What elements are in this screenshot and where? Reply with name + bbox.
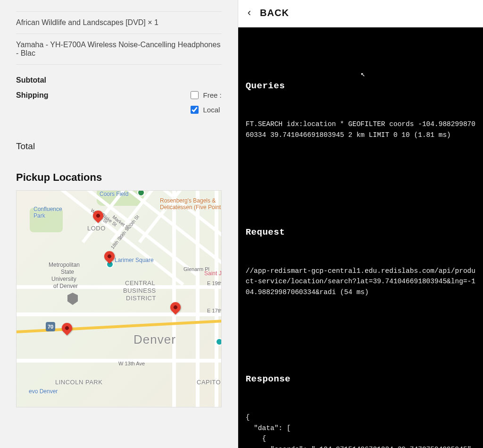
road [215, 191, 218, 407]
shipping-option-free[interactable]: Free : [191, 91, 222, 99]
request-text: //app-redismart-gcp-central1.edu.redisla… [246, 266, 475, 297]
city-label: Denver [133, 332, 176, 347]
poi-confluence-park: Confluence Park [33, 206, 62, 219]
total-row: Total [16, 118, 222, 162]
road [17, 313, 221, 316]
poi-msu: State [61, 269, 74, 275]
area-label-cbd: CENTRAL [125, 279, 155, 287]
museum-pin-icon [216, 338, 222, 346]
pickup-locations-heading: Pickup Locations [16, 171, 222, 184]
debug-terminal[interactable]: Queries FT.SEARCH idx:location * GEOFILT… [238, 27, 483, 448]
response-text: { "data": [ { "coords": "-104.9715140672… [246, 412, 475, 448]
area-label-cbd: DISTRICT [126, 295, 156, 302]
poi-rosenbergs: Rosenberg's Bagels & Delicatessen (Five … [160, 197, 222, 211]
subtotal-row: Subtotal [16, 65, 222, 89]
poi-msu: University [51, 276, 76, 282]
shipping-option-local[interactable]: Local [191, 106, 220, 114]
back-label[interactable]: BACK [260, 8, 289, 18]
area-label-capitol: CAPITOL HILL [197, 379, 222, 386]
request-heading: Request [246, 226, 475, 239]
local-pickup-checkbox[interactable] [191, 106, 199, 114]
poi-coors-field: Coors Field [100, 191, 128, 197]
cart-item: Yamaha - YH-E700A Wireless Noise-Cancell… [16, 34, 222, 65]
poi-evo: evo Denver [29, 388, 58, 395]
response-heading: Response [246, 372, 475, 386]
street-label: E 17th Ave [207, 308, 222, 313]
hwy-shield-icon: 70 [46, 322, 55, 331]
local-pickup-label: Local [203, 106, 220, 114]
location-pin-icon[interactable] [59, 321, 74, 335]
street-label: W 13th Ave [118, 361, 145, 366]
subtotal-label: Subtotal [16, 76, 46, 85]
road [196, 191, 200, 407]
poi-msu: Metropolitan [49, 262, 80, 268]
area-label-cbd: BUSINESS [123, 287, 156, 294]
street-label: Glenarm Pl [183, 266, 209, 272]
queries-text: FT.SEARCH idx:location * GEOFILTER coord… [246, 119, 475, 140]
mouse-cursor-icon: ↖ [361, 69, 366, 81]
shipping-options: Free : Local [191, 91, 222, 114]
debug-panel: ‹ BACK Queries FT.SEARCH idx:location * … [238, 0, 483, 448]
shipping-label: Shipping [16, 91, 48, 100]
pickup-map[interactable]: 70 Denver LODO CENTRAL BUSINESS DISTRICT… [16, 190, 222, 407]
area-label-lodo: LODO [87, 225, 106, 232]
back-bar: ‹ BACK [238, 0, 483, 27]
poi-larimer-square: Larimer Square [115, 257, 154, 263]
university-shield-icon [67, 293, 78, 305]
back-chevron-icon[interactable]: ‹ [248, 7, 251, 19]
free-shipping-label: Free : [203, 91, 222, 99]
cart-item: African Wildlife and Landscapes [DVD] × … [16, 11, 222, 34]
free-shipping-checkbox[interactable] [191, 91, 199, 99]
queries-heading: Queries [246, 79, 475, 93]
total-label: Total [16, 141, 35, 151]
road [17, 285, 221, 289]
area-label-lincoln: LINCOLN PARK [55, 379, 102, 386]
street-label: E 19th Ave [207, 280, 222, 286]
checkout-panel: African Wildlife and Landscapes [DVD] × … [0, 0, 238, 448]
poi-msu: of Denver [53, 283, 78, 289]
shipping-row: Shipping Free : Local [16, 89, 222, 118]
